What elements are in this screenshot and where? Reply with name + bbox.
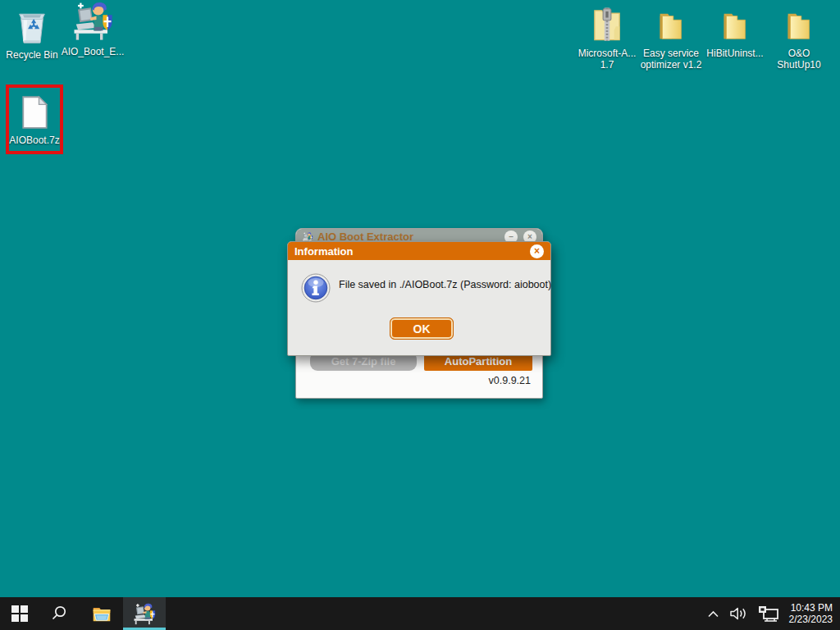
version-text: v0.9.9.21 [489, 375, 531, 386]
desktop-icon-oo-shutup10[interactable]: O&O ShutUp10 [768, 3, 830, 71]
desktop-icon-label: Recycle Bin [6, 49, 57, 61]
taskbar-clock[interactable]: 10:43 PM 2/23/2023 [784, 602, 840, 625]
folder-icon [780, 3, 818, 44]
dialog-title: Information [294, 245, 354, 258]
folder-icon [716, 3, 754, 44]
desktop-icon-microsoft-activation[interactable]: Microsoft-A... 1.7 [576, 3, 638, 71]
search-icon [51, 605, 67, 622]
highlight-rectangle [6, 84, 63, 154]
aio-boot-mascot-icon [71, 2, 115, 43]
desktop-icon-hibit-uninstaller[interactable]: HiBitUninst... [704, 3, 766, 59]
desktop-icon-label: HiBitUninst... [706, 48, 763, 59]
desktop-icon-label: Microsoft-A... 1.7 [578, 48, 637, 71]
desktop-icon-label: Easy service optimizer v1.2 [641, 48, 702, 71]
dialog-message: File saved in ./AIOBoot.7z (Password: ai… [339, 279, 551, 290]
dialog-titlebar: Information × [288, 242, 550, 260]
aio-boot-mascot-icon [132, 601, 157, 626]
close-icon[interactable]: × [530, 244, 544, 258]
file-explorer-button[interactable] [82, 597, 121, 630]
desktop-icon-easy-service-optimizer[interactable]: Easy service optimizer v1.2 [640, 3, 702, 71]
taskbar-app-aio-boot[interactable] [123, 597, 166, 630]
desktop-icon-recycle-bin[interactable]: Recycle Bin [1, 5, 63, 61]
clock-date: 2/23/2023 [789, 614, 833, 625]
taskbar: 10:43 PM 2/23/2023 [0, 597, 840, 630]
recycle-bin-icon [13, 5, 51, 46]
desktop[interactable]: Recycle Bin AIO_Boot_E... AIOBoot.7z Mic… [0, 0, 840, 630]
network-icon[interactable] [753, 605, 784, 622]
file-explorer-icon [91, 603, 112, 624]
desktop-icon-aio-boot-exe[interactable]: AIO_Boot_E... [62, 2, 124, 57]
windows-logo-icon [11, 605, 28, 622]
clock-time: 10:43 PM [791, 602, 833, 614]
zip-folder-icon [586, 3, 628, 44]
desktop-icon-label: AIO_Boot_E... [62, 46, 125, 57]
info-icon [301, 273, 331, 306]
tray-chevron-up-icon[interactable] [702, 609, 724, 619]
system-tray: 10:43 PM 2/23/2023 [702, 597, 840, 630]
ok-button[interactable]: OK [390, 317, 454, 340]
search-button[interactable] [39, 597, 79, 630]
volume-icon[interactable] [724, 606, 753, 621]
desktop-icon-label: O&O ShutUp10 [777, 48, 820, 71]
folder-icon [652, 3, 690, 44]
start-button[interactable] [0, 597, 39, 630]
information-dialog: Information × File saved in ./AIOBoot.7z… [287, 241, 551, 356]
